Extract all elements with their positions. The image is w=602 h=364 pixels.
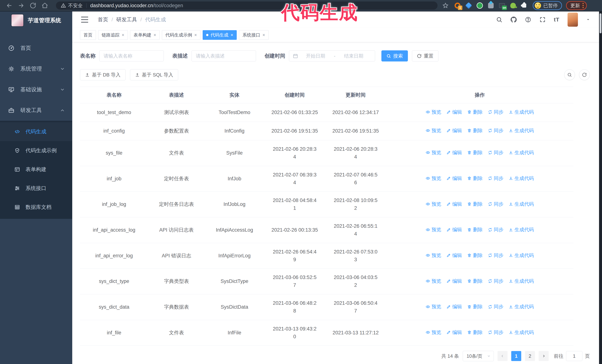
reload-icon[interactable]	[30, 2, 36, 9]
page-button-2[interactable]: 2	[525, 351, 535, 361]
action-delete[interactable]: 删除	[467, 226, 483, 233]
page-scrollbar[interactable]	[599, 11, 602, 364]
action-sync[interactable]: 同步	[488, 200, 504, 208]
action-edit[interactable]: 编辑	[446, 149, 462, 156]
extension-dark-box-icon[interactable]: on	[498, 2, 506, 9]
tag-item[interactable]: 链路追踪×	[98, 30, 128, 40]
action-sync[interactable]: 同步	[488, 108, 504, 116]
back-icon[interactable]	[6, 2, 13, 9]
action-generate[interactable]: 生成代码	[509, 252, 534, 259]
action-edit[interactable]: 编辑	[446, 303, 462, 310]
action-delete[interactable]: 删除	[467, 127, 483, 134]
forward-icon[interactable]	[18, 2, 24, 9]
action-preview[interactable]: 预览	[426, 108, 441, 116]
action-preview[interactable]: 预览	[426, 149, 441, 156]
action-generate[interactable]: 生成代码	[509, 329, 534, 336]
browser-menu-icon[interactable]	[582, 3, 584, 8]
extension-green-key-icon[interactable]	[509, 2, 517, 9]
action-preview[interactable]: 预览	[426, 226, 441, 233]
action-edit[interactable]: 编辑	[446, 277, 462, 285]
search-icon[interactable]	[496, 16, 502, 23]
extension-white-puzzle-icon[interactable]	[520, 2, 528, 9]
extension-gray-tool-icon[interactable]	[487, 2, 494, 9]
action-sync[interactable]: 同步	[488, 329, 504, 336]
tag-item[interactable]: 系统接口×	[239, 30, 269, 40]
action-sync[interactable]: 同步	[488, 226, 504, 233]
page-button-1[interactable]: 1	[511, 351, 521, 361]
prev-page-button[interactable]	[497, 351, 507, 361]
action-preview[interactable]: 预览	[426, 175, 441, 182]
sidebar-item-gear[interactable]: 系统管理	[0, 59, 72, 79]
next-page-button[interactable]	[539, 351, 549, 361]
page-size-select[interactable]: 10条/页	[463, 351, 494, 361]
tag-item[interactable]: 表单构建×	[130, 30, 160, 40]
extension-blue-gem-icon[interactable]	[465, 2, 472, 9]
sidebar-subitem-shield-check[interactable]: 代码生成示例	[0, 141, 72, 160]
reset-button[interactable]: 重置	[412, 50, 439, 62]
avatar[interactable]	[568, 13, 578, 27]
action-edit[interactable]: 编辑	[446, 127, 462, 134]
action-generate[interactable]: 生成代码	[509, 127, 534, 134]
import-db-button[interactable]: 基于 DB 导入	[80, 69, 126, 80]
action-edit[interactable]: 编辑	[446, 252, 462, 259]
tag-item[interactable]: 首页	[80, 30, 96, 40]
tag-active[interactable]: 代码生成×	[203, 30, 237, 40]
action-edit[interactable]: 编辑	[446, 108, 462, 116]
action-sync[interactable]: 同步	[488, 149, 504, 156]
action-delete[interactable]: 删除	[467, 175, 483, 182]
action-edit[interactable]: 编辑	[446, 175, 462, 182]
breadcrumb-item[interactable]: 研发工具	[116, 16, 137, 23]
action-generate[interactable]: 生成代码	[509, 200, 534, 208]
action-edit[interactable]: 编辑	[446, 200, 462, 208]
table-desc-input[interactable]	[192, 50, 256, 62]
action-sync[interactable]: 同步	[488, 277, 504, 285]
tag-item[interactable]: 代码生成示例×	[162, 30, 200, 40]
action-generate[interactable]: 生成代码	[509, 303, 534, 310]
home-icon[interactable]	[42, 2, 48, 9]
close-icon[interactable]: ×	[231, 33, 233, 37]
action-edit[interactable]: 编辑	[446, 226, 462, 233]
close-icon[interactable]: ×	[194, 33, 197, 37]
action-delete[interactable]: 删除	[467, 277, 483, 285]
sidebar-collapse-icon[interactable]	[81, 17, 88, 23]
extension-orange-circle-icon[interactable]: 1	[454, 2, 461, 9]
action-preview[interactable]: 预览	[426, 252, 441, 259]
action-edit[interactable]: 编辑	[446, 329, 462, 336]
sidebar-item-dashboard[interactable]: 首页	[0, 38, 72, 59]
github-icon[interactable]	[510, 16, 517, 23]
import-sql-button[interactable]: 基于 SQL 导入	[130, 69, 178, 80]
scrollbar-thumb[interactable]	[600, 13, 602, 33]
breadcrumb-item[interactable]: 首页	[98, 16, 108, 23]
help-icon[interactable]	[525, 16, 531, 23]
search-button[interactable]: 搜索	[381, 50, 408, 62]
action-delete[interactable]: 删除	[467, 149, 483, 156]
browser-update-button[interactable]: 更新	[566, 1, 587, 10]
action-preview[interactable]: 预览	[426, 127, 441, 134]
sidebar-item-toolbox[interactable]: 研发工具	[0, 100, 72, 121]
action-preview[interactable]: 预览	[426, 303, 441, 310]
action-generate[interactable]: 生成代码	[509, 175, 534, 182]
action-preview[interactable]: 预览	[426, 200, 441, 208]
action-delete[interactable]: 删除	[467, 329, 483, 336]
sidebar-subitem-database[interactable]: 数据库文档	[0, 198, 72, 217]
action-preview[interactable]: 预览	[426, 329, 441, 336]
security-label[interactable]: 不安全	[68, 2, 83, 9]
action-delete[interactable]: 删除	[467, 108, 483, 116]
sidebar-subitem-code[interactable]: 代码生成	[0, 122, 72, 141]
date-range-picker[interactable]: 开始日期 - 结束日期	[289, 50, 375, 62]
close-icon[interactable]: ×	[262, 33, 265, 37]
url-host[interactable]: dashboard.yudao.iocoder.cn	[90, 3, 153, 9]
close-icon[interactable]: ×	[154, 33, 156, 37]
action-delete[interactable]: 删除	[467, 252, 483, 259]
action-generate[interactable]: 生成代码	[509, 149, 534, 156]
action-preview[interactable]: 预览	[426, 277, 441, 285]
sidebar-logo-row[interactable]: 芋道管理系统	[0, 11, 72, 29]
sidebar-subitem-sliders[interactable]: 系统接口	[0, 179, 72, 198]
sidebar-item-monitor[interactable]: 基础设施	[0, 79, 72, 100]
toggle-search-button[interactable]	[564, 69, 575, 80]
action-sync[interactable]: 同步	[488, 303, 504, 310]
action-sync[interactable]: 同步	[488, 252, 504, 259]
profile-paused-badge[interactable]: 已暂停	[533, 1, 562, 10]
address-bar[interactable]: 不安全 dashboard.yudao.iocoder.cn /tool/cod…	[56, 1, 438, 10]
fullscreen-icon[interactable]	[539, 16, 546, 23]
